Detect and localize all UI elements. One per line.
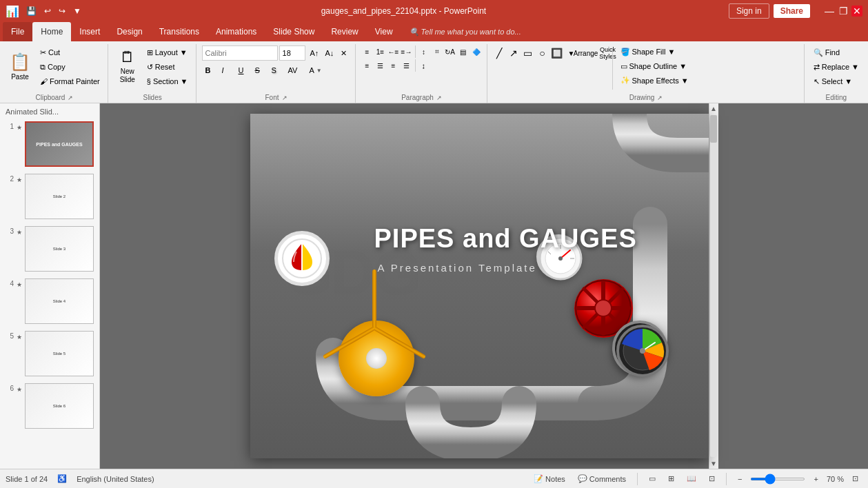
slide-canvas[interactable]: GDG	[250, 114, 709, 458]
char-spacing-button[interactable]: AV	[285, 63, 300, 77]
replace-icon: ⇄	[814, 63, 820, 72]
shape-arrow[interactable]: ↗	[507, 47, 520, 59]
select-button[interactable]: ↖ Select ▼	[810, 74, 862, 88]
shape-fill-button[interactable]: 🪣 Shape Fill ▼	[617, 45, 692, 59]
para-spacing-button[interactable]: ↨	[418, 59, 430, 72]
slide-sorter-button[interactable]: ⊞	[664, 473, 678, 485]
customize-qat-button[interactable]: ▼	[70, 5, 84, 17]
editing-label: Editing	[810, 92, 862, 101]
shape-outline-button[interactable]: ▭ Shape Outline ▼	[617, 60, 692, 73]
align-left-button[interactable]: ≡	[361, 59, 374, 72]
shape-fill[interactable]: 🔲	[551, 47, 563, 59]
notes-button[interactable]: 📝 Notes	[529, 473, 569, 485]
accessibility-button[interactable]: ♿	[53, 473, 71, 485]
text-direction-button[interactable]: ↻A	[444, 45, 456, 58]
language: English (United States)	[77, 475, 154, 483]
slide-item-3[interactable]: 3 ★ Slide 3	[3, 225, 97, 273]
tab-design[interactable]: Design	[108, 22, 150, 41]
columns-button[interactable]: ⌗	[431, 45, 443, 58]
zoom-in-button[interactable]: +	[809, 474, 822, 485]
slide-num-1: 1	[4, 121, 14, 130]
paragraph-expand-icon[interactable]: ↗	[436, 94, 442, 101]
shape-arrange[interactable]: Arrange	[580, 47, 592, 59]
font-expand-icon[interactable]: ↗	[282, 94, 287, 101]
align-right-button[interactable]: ≡	[387, 59, 400, 72]
separator3	[415, 59, 416, 72]
zoom-slider[interactable]	[750, 478, 805, 480]
font-size-input[interactable]	[279, 45, 305, 61]
tab-insert[interactable]: Insert	[71, 22, 108, 41]
redo-button[interactable]: ↪	[56, 5, 68, 17]
drawing-label: Drawing ↗	[493, 92, 800, 101]
increase-indent-button[interactable]: ≡→	[401, 45, 413, 58]
signin-area: Sign in Share	[723, 3, 816, 19]
replace-button[interactable]: ⇄ Replace ▼	[810, 60, 862, 74]
undo-button[interactable]: ↩	[41, 5, 54, 17]
tab-file[interactable]: File	[3, 22, 32, 41]
cut-button[interactable]: ✂ Cut	[37, 45, 103, 59]
clear-format-button[interactable]: ✕	[337, 46, 351, 60]
decrease-indent-button[interactable]: ←≡	[387, 45, 400, 58]
format-painter-button[interactable]: 🖌 Format Painter	[37, 74, 103, 88]
slide-item-4[interactable]: 4 ★ Slide 4	[3, 277, 97, 325]
italic-button[interactable]: I	[219, 63, 234, 77]
scroll-down-button[interactable]: ▼	[709, 458, 718, 469]
share-button[interactable]: Share	[774, 4, 810, 18]
tab-slideshow[interactable]: Slide Show	[265, 22, 323, 41]
presenter-view-button[interactable]: ⊡	[705, 473, 719, 485]
section-button[interactable]: § Section ▼	[143, 74, 192, 88]
comments-button[interactable]: 💬 Comments	[574, 473, 630, 485]
close-button[interactable]: ✕	[851, 6, 862, 17]
tab-tell-me[interactable]: 🔍 Tell me what you want to do...	[401, 22, 529, 41]
layout-button[interactable]: ⊞ Layout ▼	[143, 45, 192, 59]
find-button[interactable]: 🔍 Find	[810, 45, 862, 59]
numbering-button[interactable]: 1≡	[374, 45, 387, 58]
drawing-expand-icon[interactable]: ↗	[657, 94, 663, 101]
signin-button[interactable]: Sign in	[729, 3, 769, 19]
font-color-button[interactable]: A ▼	[306, 63, 325, 77]
increase-font-button[interactable]: A↑	[307, 46, 321, 60]
strikethrough-button[interactable]: S	[252, 63, 267, 77]
zoom-out-button[interactable]: −	[734, 474, 746, 485]
clipboard-label: Clipboard ↗	[6, 92, 103, 101]
shape-oval[interactable]: ○	[536, 47, 549, 59]
slide-item-2[interactable]: 2 ★ Slide 2	[3, 172, 97, 221]
align-center-button[interactable]: ☰	[374, 59, 387, 72]
new-slide-button[interactable]: 🗒 NewSlide	[114, 45, 141, 87]
shape-effects-button[interactable]: ✨ Shape Effects ▼	[617, 74, 692, 87]
bullets-button[interactable]: ≡	[361, 45, 374, 58]
reset-button[interactable]: ↺ Reset	[143, 60, 192, 74]
tab-review[interactable]: Review	[323, 22, 366, 41]
smartart-button[interactable]: 🔷	[470, 45, 483, 58]
underline-button[interactable]: U	[235, 63, 250, 77]
reading-view-button[interactable]: 📖	[683, 473, 700, 485]
save-button[interactable]: 💾	[23, 5, 39, 17]
vertical-scrollbar[interactable]: ▲ ▼	[709, 103, 718, 469]
bold-button[interactable]: B	[202, 63, 217, 77]
copy-button[interactable]: ⧉ Copy	[37, 60, 103, 74]
slide-item-1[interactable]: 1 ★ PIPES and GAUGES	[3, 120, 97, 168]
tab-animations[interactable]: Animations	[208, 22, 265, 41]
paste-button[interactable]: 📋 Paste	[6, 45, 34, 87]
tab-home[interactable]: Home	[32, 22, 71, 41]
font-name-input[interactable]	[202, 45, 278, 61]
tab-view[interactable]: View	[367, 22, 401, 41]
clipboard-expand-icon[interactable]: ↗	[68, 94, 73, 101]
shadow-button[interactable]: S	[268, 63, 283, 77]
minimize-button[interactable]: —	[824, 6, 835, 17]
shape-rect[interactable]: ▭	[522, 47, 534, 59]
scroll-thumb[interactable]	[710, 115, 717, 143]
tab-transitions[interactable]: Transitions	[151, 22, 208, 41]
slide-item-6[interactable]: 6 ★ Slide 6	[3, 382, 97, 430]
restore-button[interactable]: ❐	[838, 6, 849, 17]
align-text-button[interactable]: ▤	[457, 45, 470, 58]
line-spacing-button[interactable]: ↕	[418, 45, 430, 58]
normal-view-button[interactable]: ▭	[645, 473, 660, 485]
fit-slide-button[interactable]: ⊡	[848, 473, 862, 485]
justify-button[interactable]: ☰	[401, 59, 413, 72]
shape-line[interactable]: ╱	[493, 47, 505, 59]
scroll-up-button[interactable]: ▲	[709, 103, 718, 114]
decrease-font-button[interactable]: A↓	[322, 46, 336, 60]
slide-item-5[interactable]: 5 ★ Slide 5	[3, 329, 97, 378]
font-label: Font ↗	[202, 92, 351, 101]
